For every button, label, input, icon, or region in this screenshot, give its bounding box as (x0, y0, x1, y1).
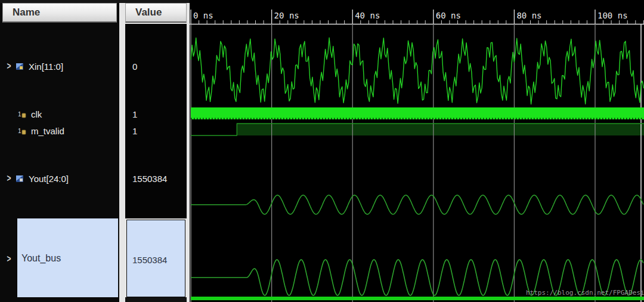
signal-name: Yout[24:0] (29, 174, 69, 184)
value-column-header[interactable]: Value (125, 3, 187, 23)
signal-value: 1 (132, 124, 137, 137)
value-column: Value 0 1 1 1550384 1550384 (123, 0, 190, 302)
svg-text:80 ns: 80 ns (516, 11, 541, 20)
bit-icon: 1 (18, 110, 27, 118)
signal-row-yout-bus[interactable]: > (6, 252, 16, 266)
expand-chevron-icon[interactable]: > (6, 173, 12, 184)
waveform-viewer-window: Name > Xin[11:0] 1 clk 1 m_tvalid > (0, 0, 644, 302)
signal-name[interactable]: Yout_bus (21, 253, 61, 264)
signal-name: m_tvalid (31, 126, 64, 136)
bus-icon (16, 175, 25, 183)
svg-text:100 ns: 100 ns (597, 11, 628, 20)
waveform-canvas[interactable]: 0 ns20 ns40 ns60 ns80 ns100 ns (190, 0, 644, 302)
waveform-panel[interactable]: 0 ns20 ns40 ns60 ns80 ns100 ns https://b… (190, 0, 644, 302)
bus-icon (16, 63, 25, 70)
svg-text:40 ns: 40 ns (355, 11, 380, 20)
name-column: Name > Xin[11:0] 1 clk 1 m_tvalid > (0, 0, 119, 302)
expand-chevron-icon[interactable]: > (6, 254, 12, 264)
watermark-text: https://blog.csdn.net/FPGADesigner (526, 289, 644, 297)
signal-name: clk (31, 109, 42, 119)
signal-row-yout[interactable]: > Yout[24:0] (6, 172, 69, 185)
top-edge (0, 0, 190, 3)
name-header-label: Name (13, 7, 40, 19)
svg-text:20 ns: 20 ns (274, 11, 299, 20)
expand-chevron-icon[interactable]: > (6, 61, 12, 72)
svg-text:60 ns: 60 ns (436, 11, 461, 20)
signal-value: 0 (132, 60, 137, 73)
value-column-footer (125, 297, 187, 302)
value-header-label: Value (135, 7, 162, 19)
signal-value: 1550384 (132, 172, 167, 185)
bit-icon: 1 (18, 127, 27, 135)
name-column-header[interactable]: Name (2, 3, 117, 23)
signal-name: Xin[11:0] (29, 61, 63, 72)
signal-value: 1550384 (132, 253, 167, 266)
svg-text:1: 1 (18, 111, 21, 118)
column-splitter[interactable] (119, 3, 123, 302)
svg-text:0 ns: 0 ns (193, 11, 213, 20)
value-rows-area (125, 24, 187, 218)
svg-text:1: 1 (18, 128, 21, 134)
signal-value: 1 (132, 107, 137, 121)
signal-row-m-tvalid[interactable]: 1 m_tvalid (18, 124, 64, 137)
signal-row-clk[interactable]: 1 clk (18, 107, 42, 121)
signal-row-xin[interactable]: > Xin[11:0] (6, 60, 63, 73)
